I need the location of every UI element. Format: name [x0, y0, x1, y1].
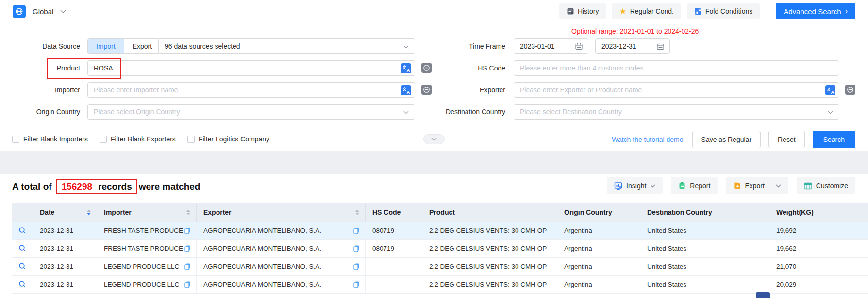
weight-cell: 19,662 — [769, 240, 868, 257]
origin-cell: Argentina — [557, 276, 640, 293]
translate-icon[interactable]: A — [401, 85, 411, 97]
start-date-input[interactable] — [514, 38, 588, 54]
header-hs-code: HS Code — [366, 203, 422, 222]
search-detail-icon[interactable] — [18, 263, 27, 271]
form-actions: Watch the tutorial demo Save as Regular … — [0, 130, 855, 149]
fold-icon — [694, 7, 702, 15]
row-detail-cell[interactable] — [12, 258, 33, 275]
hs-code-input[interactable] — [514, 60, 839, 76]
row-detail-cell[interactable] — [12, 222, 33, 239]
export-tab[interactable]: Export — [124, 39, 160, 53]
sort-arrows-date[interactable] — [87, 210, 91, 215]
report-button[interactable]: Report — [671, 177, 718, 194]
export-button[interactable]: Export — [726, 177, 788, 194]
copy-icon[interactable] — [353, 227, 360, 234]
hs-code-cell: 080719 — [366, 222, 422, 239]
header-exporter[interactable]: Exporter — [197, 203, 366, 222]
insight-button[interactable]: BI Insight — [607, 177, 663, 194]
origin-country-label: Origin Country — [0, 104, 80, 120]
top-bar: Global History ★ Regular Cond. — [0, 0, 868, 22]
translate-icon[interactable]: A — [825, 85, 835, 97]
translate-icon[interactable]: A — [401, 63, 411, 75]
copy-icon[interactable] — [353, 263, 360, 270]
chevron-down-icon — [403, 45, 409, 49]
importer-input[interactable]: A — [87, 82, 415, 98]
date-cell: 2023-12-31 — [33, 240, 97, 257]
product-cell: 2.2 DEG CELSIUS VENTS: 30 CMH OP — [422, 240, 557, 257]
destination-country-label: Destination Country — [425, 104, 505, 120]
sort-arrows-exporter[interactable] — [355, 210, 359, 215]
app-logo — [13, 5, 26, 18]
origin-country-field — [88, 105, 415, 119]
destination-country-field — [514, 105, 839, 119]
results-summary: A total of 156298 records were matched — [12, 179, 200, 194]
exclude-icon[interactable] — [845, 85, 855, 97]
importer-cell: FRESH TASTE PRODUCE — [97, 240, 197, 257]
weight-cell: 21,070 — [769, 258, 868, 275]
importer-field — [88, 83, 415, 97]
insight-icon: BI — [614, 182, 622, 190]
save-as-regular-button[interactable]: Save as Regular — [692, 131, 761, 148]
copy-icon[interactable] — [184, 245, 191, 252]
total-suffix: were matched — [139, 181, 200, 192]
chevron-down-icon[interactable] — [60, 10, 66, 13]
chevron-down-icon — [403, 111, 409, 114]
svg-text:A: A — [831, 89, 835, 95]
search-detail-icon[interactable] — [18, 227, 27, 235]
copy-icon[interactable] — [184, 263, 191, 270]
exporter-cell: AGROPECUARIA MONTELIBANO, S.A. — [197, 240, 366, 257]
search-button[interactable]: Search — [813, 131, 855, 148]
calendar-icon — [656, 42, 665, 51]
data-sources-select[interactable]: 96 data sources selected — [158, 38, 415, 54]
copy-icon[interactable] — [353, 245, 360, 252]
copy-icon[interactable] — [353, 281, 360, 288]
row-detail-cell[interactable] — [12, 276, 33, 293]
fold-conditions-button[interactable]: Fold Conditions — [687, 3, 760, 19]
advanced-search-button[interactable]: Advanced Search › — [776, 3, 855, 19]
copy-icon[interactable] — [184, 281, 191, 288]
table-row[interactable]: 2023-12-31 FRESH TASTE PRODUCE AGROPECUA… — [12, 222, 868, 240]
export-icon — [733, 182, 741, 190]
reset-button[interactable]: Reset — [768, 131, 805, 148]
scrollbar-thumb-fragment[interactable] — [756, 292, 770, 298]
product-cell: 2.2 DEG CELSIUS VENTS: 30 CMH OP — [422, 258, 557, 275]
product-cell: 2.2 DEG CELSIUS VENTS: 30 CMH OP — [422, 222, 557, 239]
customize-button[interactable]: Customize — [797, 177, 855, 194]
customize-label: Customize — [816, 182, 848, 190]
copy-icon[interactable] — [184, 227, 191, 234]
insight-label: Insight — [626, 182, 646, 190]
date-cell: 2023-12-31 — [33, 222, 97, 239]
chevron-down-icon[interactable] — [776, 184, 781, 188]
table-row[interactable]: 2023-12-31 LEGEND PRODUCE LLC AGROPECUAR… — [12, 258, 868, 276]
origin-country-select[interactable] — [87, 104, 415, 120]
table-row[interactable]: 2023-12-31 LEGEND PRODUCE LLC AGROPECUAR… — [12, 276, 868, 294]
exporter-input[interactable]: A — [514, 82, 839, 98]
product-input[interactable]: A — [87, 60, 415, 76]
hs-code-field — [514, 61, 839, 75]
header-date[interactable]: Date — [33, 203, 97, 222]
header-importer[interactable]: Importer — [97, 203, 197, 222]
table-header-row: Date Importer Exporter HS Code Product O… — [12, 203, 868, 222]
history-button[interactable]: History — [559, 3, 606, 19]
date-cell: 2023-12-31 — [33, 258, 97, 275]
destination-country-select[interactable] — [514, 104, 839, 120]
tutorial-demo-link[interactable]: Watch the tutorial demo — [612, 136, 683, 143]
end-date-input[interactable] — [595, 38, 670, 54]
button-divider — [770, 181, 770, 191]
star-icon: ★ — [619, 7, 626, 16]
sort-arrows-importer[interactable] — [186, 210, 190, 215]
destination-cell: United States — [640, 222, 769, 239]
end-date-value — [596, 39, 695, 53]
import-tab[interactable]: Import — [88, 39, 124, 53]
row-detail-cell[interactable] — [12, 240, 33, 257]
results-actions: BI Insight Report Export — [607, 177, 855, 194]
table-row[interactable]: 2023-12-31 FRESH TASTE PRODUCE AGROPECUA… — [12, 240, 868, 258]
search-detail-icon[interactable] — [18, 280, 27, 289]
regular-cond-button[interactable]: ★ Regular Cond. — [612, 3, 681, 19]
exporter-field — [514, 83, 839, 97]
optional-range-text: Optional range: 2021-01-01 to 2024-02-26 — [571, 27, 699, 35]
search-detail-icon[interactable] — [18, 245, 27, 253]
region-selector-label[interactable]: Global — [33, 7, 53, 16]
destination-cell: United States — [640, 276, 769, 293]
section-divider-band — [0, 151, 868, 174]
